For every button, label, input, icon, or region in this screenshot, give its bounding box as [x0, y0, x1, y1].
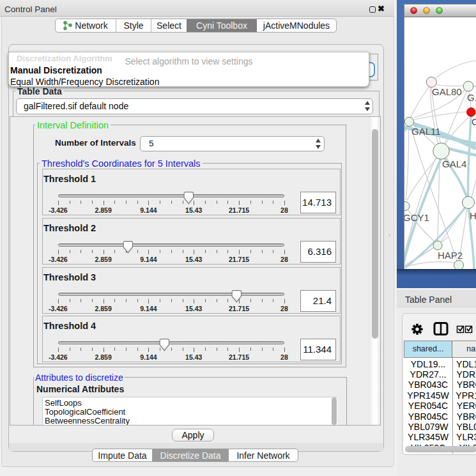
- svg-text:G.: G.: [467, 92, 476, 103]
- svg-text:C: C: [472, 116, 476, 127]
- svg-text:HAP2: HAP2: [438, 250, 463, 261]
- svg-text:GCY1: GCY1: [404, 212, 429, 223]
- svg-text:GAL11: GAL11: [411, 126, 441, 137]
- svg-text:H: H: [470, 210, 476, 221]
- svg-text:GAL80: GAL80: [432, 86, 462, 97]
- svg-text:GAL4: GAL4: [442, 158, 466, 169]
